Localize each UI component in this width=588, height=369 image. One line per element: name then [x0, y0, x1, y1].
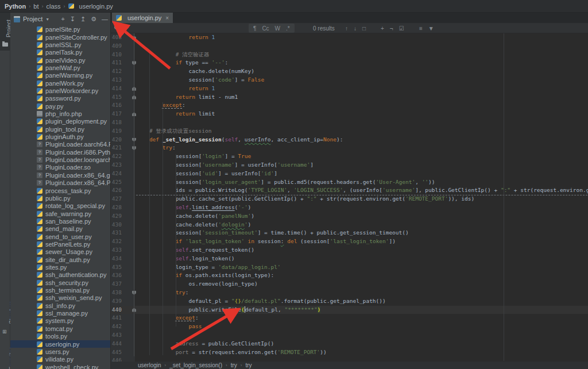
tree-item-panelwork-py[interactable]: panelWork.py: [10, 79, 110, 87]
prev-occurrence-icon[interactable]: ↑: [345, 25, 348, 32]
editor-breadcrumb-userlogin[interactable]: userlogin: [138, 362, 161, 368]
tree-item-pay-py[interactable]: pay.py: [10, 102, 110, 110]
tree-item-panelwaf-py[interactable]: panelWaf.py: [10, 64, 110, 71]
code-line-421[interactable]: 421try:: [111, 144, 588, 152]
tree-item-safe_warning-py[interactable]: safe_warning.py: [10, 210, 110, 217]
tree-item-panelsitecontroller-py[interactable]: panelSiteController.py: [10, 33, 110, 41]
tree-item-rotate_log_special-py[interactable]: rotate_log_special.py: [10, 202, 110, 210]
close-icon[interactable]: ×: [165, 15, 169, 21]
tree-item-webshell_check-py[interactable]: webshell_check.py: [10, 363, 110, 369]
filter-funnel-icon[interactable]: ▼: [428, 25, 434, 32]
tree-item-panelvideo-py[interactable]: panelVideo.py: [10, 56, 110, 64]
words-toggle[interactable]: W: [275, 25, 280, 32]
tree-item-send_mail-py[interactable]: send_mail.py: [10, 225, 110, 233]
tree-item-password-py[interactable]: password.py: [10, 95, 110, 102]
tree-item-users-py[interactable]: users.py: [10, 348, 110, 355]
code-line-426[interactable]: 426ids = public.WriteLog('TYPE_LOGIN', '…: [111, 186, 588, 195]
code-line-444[interactable]: 444address = public.GetClientIp(): [111, 340, 588, 348]
tree-item-send_to_user-py[interactable]: send_to_user.py: [10, 233, 110, 240]
stripe-project-button[interactable]: Project: [0, 13, 10, 51]
add-occurrence-icon[interactable]: +: [381, 25, 384, 32]
tree-item-plugin_tool-py[interactable]: plugin_tool.py: [10, 125, 110, 133]
code-line-442[interactable]: 442pass: [111, 322, 588, 331]
preserve-case-icon[interactable]: ☑: [399, 25, 404, 32]
tree-item-php_info-php[interactable]: php_info.php: [10, 110, 110, 117]
code-line-419[interactable]: 419# 登录成功设置session: [111, 127, 588, 136]
code-line-433[interactable]: 433self.set_request_token(): [111, 246, 588, 255]
code-line-410[interactable]: 410# 清空验证器: [111, 51, 588, 59]
chevron-down-icon[interactable]: ▼: [45, 17, 49, 21]
tree-item-tomcat-py[interactable]: tomcat.py: [10, 325, 110, 332]
code-line-416[interactable]: 416except:: [111, 101, 588, 110]
tree-item-panelsite-py[interactable]: panelSite.py: [10, 26, 110, 33]
match-case-toggle[interactable]: Cc: [262, 25, 269, 32]
code-line-443[interactable]: 443: [111, 331, 588, 340]
tree-item-pluginloader-aarch64-python3[interactable]: ?PluginLoader.aarch64.Python3: [10, 141, 110, 148]
code-line-418[interactable]: 418: [111, 118, 588, 127]
code-line-414[interactable]: 414return 1: [111, 84, 588, 93]
code-line-430[interactable]: 430cache.delete('dologin'): [111, 221, 588, 229]
tree-item-pluginloader-i686-python3-7-s[interactable]: ?PluginLoader.i686.Python3.7.s: [10, 148, 110, 156]
search-icon[interactable]: [114, 25, 118, 29]
editor-breadcrumb-_set_login_session-[interactable]: _set_login_session(): [169, 362, 222, 368]
tree-item-process_task-py[interactable]: process_task.py: [10, 187, 110, 194]
tree-item-sewer_usage-py[interactable]: sewer_Usage.py: [10, 248, 110, 256]
breadcrumb-item-python[interactable]: Python: [5, 3, 26, 10]
find-in-selection-icon[interactable]: □: [362, 25, 366, 32]
tree-item-pluginloader-loongarch64-pyt[interactable]: ?PluginLoader.loongarch64.Pyt: [10, 156, 110, 163]
tree-item-san_baseline-py[interactable]: san_baseline.py: [10, 217, 110, 225]
tree-item-pluginloader-x86_64-glibc214-[interactable]: ?PluginLoader.x86_64.glibc214.: [10, 171, 110, 179]
code-line-415[interactable]: 415return limit - num1: [111, 93, 588, 102]
tree-item-plugin_deployment-py[interactable]: plugin_deployment.py: [10, 118, 110, 125]
exclude-occurrence-icon[interactable]: ¬: [390, 25, 393, 32]
collapse-all-icon[interactable]: ↥: [80, 16, 86, 23]
filter-lines-icon[interactable]: ≡: [419, 25, 423, 32]
next-occurrence-icon[interactable]: ↓: [354, 25, 357, 32]
code-line-411[interactable]: 411if type == '--':: [111, 59, 588, 67]
settings-gear-icon[interactable]: ⚙: [91, 16, 96, 23]
pilcrow-icon[interactable]: ¶: [253, 25, 256, 32]
code-line-417[interactable]: 417return limit: [111, 110, 588, 118]
code-line-427[interactable]: 427public.cache_set(public.GetClientIp()…: [111, 195, 588, 203]
stripe-structure-button[interactable]: Structure ⊞: [0, 293, 10, 339]
tree-item-panelssl-py[interactable]: panelSSL.py: [10, 41, 110, 48]
tree-item-tools-py[interactable]: tools.py: [10, 333, 110, 340]
editor-breadcrumb-try[interactable]: try: [231, 362, 237, 368]
tree-item-pluginloader-so[interactable]: ?PluginLoader.so: [10, 164, 110, 171]
tree-item-site_dir_auth-py[interactable]: site_dir_auth.py: [10, 256, 110, 263]
search-input[interactable]: [122, 24, 243, 32]
tree-item-paneltask-py[interactable]: panelTask.py: [10, 49, 110, 56]
breadcrumb-item-bt[interactable]: bt: [33, 3, 38, 10]
code-line-422[interactable]: 422session['login'] = True: [111, 152, 588, 161]
tree-item-ssh_terminal-py[interactable]: ssh_terminal.py: [10, 286, 110, 294]
code-line-431[interactable]: 431session['session_timeout'] = time.tim…: [111, 229, 588, 237]
code-line-423[interactable]: 423session['username'] = userInfo['usern…: [111, 161, 588, 170]
tree-item-setpanellets-py[interactable]: setPanelLets.py: [10, 240, 110, 248]
tree-item-ssh_authentication-py[interactable]: ssh_authentication.py: [10, 271, 110, 279]
tree-item-public-py[interactable]: public.py: [10, 194, 110, 202]
code-line-408[interactable]: 408return 1: [111, 33, 588, 42]
code-line-441[interactable]: 441except:: [111, 314, 588, 322]
code-line-437[interactable]: 437os.remove(login_type): [111, 280, 588, 289]
tree-item-ssh_security-py[interactable]: ssh_security.py: [10, 279, 110, 286]
tree-item-system-py[interactable]: system.py: [10, 317, 110, 325]
code-line-424[interactable]: 424session['uid'] = userInfo['id']: [111, 170, 588, 178]
editor-breadcrumb-try[interactable]: try: [245, 362, 252, 368]
tree-item-panelworkorder-py[interactable]: panelWorkorder.py: [10, 87, 110, 94]
expand-all-icon[interactable]: ↧: [70, 16, 75, 23]
tree-item-panelwarning-py[interactable]: panelWarning.py: [10, 72, 110, 79]
code-line-409[interactable]: 409: [111, 42, 588, 51]
tree-item-ssl_info-py[interactable]: ssl_info.py: [10, 302, 110, 309]
code-line-412[interactable]: 412cache.delete(numKey): [111, 67, 588, 76]
locate-icon[interactable]: ⌖: [61, 16, 64, 23]
tree-item-pluginauth-py[interactable]: pluginAuth.py: [10, 133, 110, 140]
tree-item-ssl_manage-py[interactable]: ssl_manage.py: [10, 309, 110, 317]
tab-userlogin[interactable]: userlogin.py ×: [112, 13, 173, 23]
stripe-favorites-button[interactable]: Favorites ★: [0, 341, 10, 369]
breadcrumb-item-userlogin-py[interactable]: userlogin.py: [68, 3, 113, 10]
tree-item-userlogin-py[interactable]: userlogin.py: [10, 340, 110, 348]
tree-item-pluginloader-x86_64-python3-[interactable]: ?PluginLoader.x86_64.Python3.: [10, 179, 110, 187]
hide-panel-icon[interactable]: —: [102, 16, 108, 22]
code-line-420[interactable]: 420def _set_login_session(self, userInfo…: [111, 136, 588, 144]
code-line-413[interactable]: 413session['code'] = False: [111, 76, 588, 84]
